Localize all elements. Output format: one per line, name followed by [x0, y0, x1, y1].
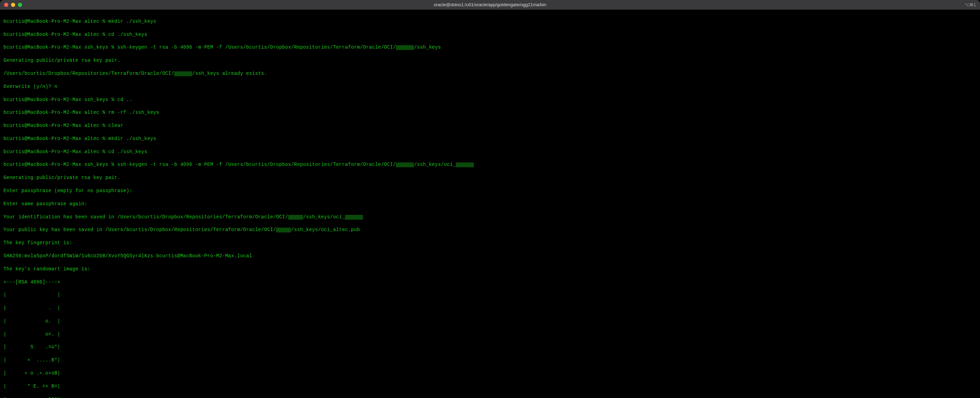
minimize-icon[interactable] — [11, 3, 15, 7]
prompt-line: bcurtis@MacBook-Pro-M2-Max altec % clear — [3, 122, 977, 129]
prompt-line: bcurtis@MacBook-Pro-M2-Max ssh_keys % ss… — [3, 161, 977, 168]
output-line: Generating public/private rsa key pair. — [3, 57, 977, 64]
window-title: oracle@dolos1:/u01/oracle/app/goldengate… — [434, 2, 546, 8]
redacted-text — [174, 71, 192, 76]
output-line: SHA256:mvla5pxP/dordfSWiW/1u6cU2bB/XvoY5… — [3, 253, 977, 259]
randomart-line: | + .....B*| — [3, 357, 977, 363]
titlebar[interactable]: oracle@dolos1:/u01/oracle/app/goldengate… — [0, 0, 980, 10]
terminal-output[interactable]: bcurtis@MacBook-Pro-M2-Max altec % mkdir… — [0, 10, 980, 398]
output-line: The key fingerprint is: — [3, 240, 977, 246]
terminal-window: oracle@dolos1:/u01/oracle/app/goldengate… — [0, 0, 980, 398]
randomart-line: | . | — [3, 305, 977, 312]
redacted-text — [396, 45, 414, 50]
randomart-line: | o. | — [3, 318, 977, 324]
output-line: Your public key has been saved in /Users… — [3, 227, 977, 233]
redacted-text — [288, 215, 303, 220]
redacted-text — [345, 215, 363, 220]
randomart-line: | S .=o*| — [3, 344, 977, 350]
redacted-text — [456, 163, 474, 167]
output-line: The key's randomart image is: — [3, 266, 977, 272]
output-line: Enter same passphrase again: — [3, 201, 977, 207]
randomart-line: | | — [3, 292, 977, 298]
output-line: Generating public/private rsa key pair. — [3, 174, 977, 181]
randomart-line: +---[RSA 4096]----+ — [3, 279, 977, 286]
randomart-line: | * E. =+ B=| — [3, 383, 977, 390]
prompt-line: bcurtis@MacBook-Pro-M2-Max altec % mkdir… — [3, 136, 977, 142]
redacted-text — [276, 228, 291, 232]
fullscreen-icon[interactable] — [18, 3, 22, 7]
prompt-line: bcurtis@MacBook-Pro-M2-Max ssh_keys % ss… — [3, 44, 977, 51]
traffic-lights — [4, 3, 22, 7]
window-shortcut: ⌥⌘1 — [964, 2, 976, 8]
prompt-line: bcurtis@MacBook-Pro-M2-Max altec % mkdir… — [3, 18, 977, 25]
prompt-line: bcurtis@MacBook-Pro-M2-Max altec % cd ./… — [3, 149, 977, 155]
output-line: Your identification has been saved in /U… — [3, 214, 977, 221]
close-icon[interactable] — [4, 3, 8, 7]
randomart-line: | o=. | — [3, 331, 977, 338]
output-line: Enter passphrase (empty for no passphras… — [3, 188, 977, 194]
redacted-text — [396, 163, 414, 167]
prompt-line: bcurtis@MacBook-Pro-M2-Max altec % cd ./… — [3, 31, 977, 38]
prompt-line: bcurtis@MacBook-Pro-M2-Max ssh_keys % cd… — [3, 97, 977, 103]
output-line: /Users/bcurtis/Dropbox/Repositories/Terr… — [3, 70, 977, 77]
output-line: Overwrite (y/n)? n — [3, 83, 977, 90]
prompt-line: bcurtis@MacBook-Pro-M2-Max altec % rm -r… — [3, 109, 977, 116]
randomart-line: | ..=o=+ooO**| — [3, 396, 977, 398]
randomart-line: | + o .+.o+oB| — [3, 370, 977, 377]
